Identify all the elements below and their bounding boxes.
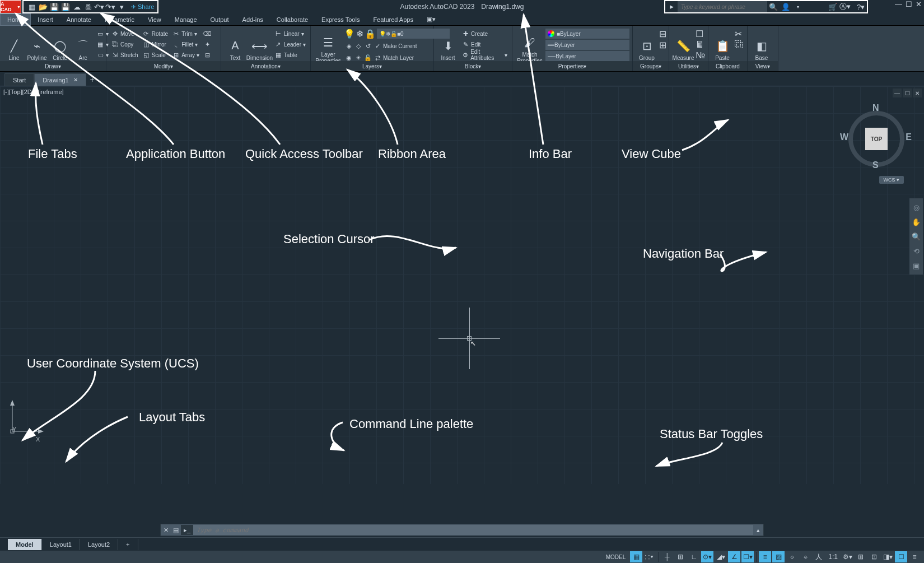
status-dynamic-input-icon[interactable]: ⊞: [674, 551, 687, 562]
layer-unlock-icon[interactable]: 🔓: [364, 54, 372, 62]
tab-home[interactable]: Home: [0, 13, 31, 26]
tab-manage[interactable]: Manage: [168, 13, 204, 26]
create-block-button[interactable]: ✚Create: [460, 29, 508, 39]
fillet-button[interactable]: ◟Fillet ▾: [171, 39, 200, 49]
status-ortho-icon[interactable]: ∟: [688, 551, 700, 562]
offset-button[interactable]: ⊟: [202, 50, 212, 60]
status-model-button[interactable]: MODEL: [603, 551, 629, 562]
copy-button[interactable]: ⿻Copy: [110, 39, 139, 49]
add-tab-button[interactable]: +: [86, 73, 99, 86]
tab-output[interactable]: Output: [204, 13, 236, 26]
move-button[interactable]: ✥Move: [110, 29, 139, 39]
viewport-maximize-icon[interactable]: ☐: [903, 89, 912, 97]
viewcube-top-face[interactable]: TOP: [865, 128, 888, 150]
status-grid-icon[interactable]: ▦: [630, 551, 642, 562]
search-icon[interactable]: 🔍: [767, 1, 780, 13]
help-icon[interactable]: ?▾: [855, 1, 867, 13]
close-icon[interactable]: ✕: [916, 0, 922, 8]
signin-dropdown-icon[interactable]: ▾: [792, 1, 804, 13]
quick-calc-icon[interactable]: 🖩: [696, 40, 705, 50]
minimize-icon[interactable]: —: [895, 0, 902, 8]
leader-button[interactable]: ↗Leader ▾: [273, 39, 307, 49]
plot-icon[interactable]: 🖶: [83, 2, 93, 12]
tab-overflow-icon[interactable]: ▣▾: [420, 13, 442, 26]
status-workspace-icon[interactable]: ⚙▾: [841, 551, 853, 562]
cmdline-recent-icon[interactable]: ▤: [171, 525, 181, 535]
cmdline-expand-icon[interactable]: ▴: [753, 525, 763, 535]
scale-button[interactable]: ◱Scale: [141, 50, 169, 60]
drawing-area[interactable]: [-][Top][2D Wireframe] — ☐ ✕ N S E W TOP…: [0, 86, 924, 484]
layout-tab-layout1[interactable]: Layout1: [42, 539, 80, 550]
trim-button[interactable]: ✂Trim ▾: [171, 29, 200, 39]
view-cube[interactable]: N S E W TOP: [846, 103, 907, 170]
panel-utilities-title[interactable]: Utilities▾: [669, 61, 708, 71]
layer-off-icon[interactable]: 💡: [344, 29, 355, 39]
redo-icon[interactable]: ↷▾: [105, 2, 115, 12]
status-lineweight-icon[interactable]: ≡: [759, 551, 771, 562]
maximize-icon[interactable]: ☐: [906, 0, 912, 8]
status-infer-icon[interactable]: ┼: [661, 551, 673, 562]
linetype-combo[interactable]: ── ByLayer: [545, 51, 629, 61]
layer-on-icon[interactable]: ◉: [345, 54, 353, 62]
undo-icon[interactable]: ↶▾: [94, 2, 104, 12]
viewcube-west[interactable]: W: [840, 132, 848, 142]
layer-thaw-icon[interactable]: ☀: [354, 54, 362, 62]
command-input[interactable]: [193, 525, 753, 535]
filetab-start[interactable]: Start: [4, 73, 34, 86]
tab-annotate[interactable]: Annotate: [60, 13, 98, 26]
linear-button[interactable]: ⊢Linear ▾: [273, 29, 307, 39]
erase-button[interactable]: ⌫: [202, 29, 212, 39]
layer-iso-icon[interactable]: ◈: [345, 42, 353, 50]
table-button[interactable]: ▦Table: [273, 50, 307, 60]
panel-annotation-title[interactable]: Annotation ▾: [221, 61, 310, 71]
panel-properties-title[interactable]: Properties ▾: [512, 61, 632, 71]
layout-tab-add[interactable]: +: [118, 539, 138, 550]
status-hardware-icon[interactable]: ⊡: [868, 551, 880, 562]
new-icon[interactable]: ▦: [27, 2, 37, 12]
status-snap-icon[interactable]: ⸬▾: [643, 551, 656, 562]
layout-tab-model[interactable]: Model: [8, 539, 42, 550]
group-edit-icon[interactable]: ⊞: [659, 40, 666, 50]
signin-icon[interactable]: 👤: [780, 1, 792, 13]
copy-clip-icon[interactable]: ⿻: [735, 40, 744, 50]
status-otrack-icon[interactable]: ☐▾: [741, 551, 754, 562]
edit-block-button[interactable]: ✎Edit: [460, 39, 508, 49]
status-cycling-icon[interactable]: ⟐: [786, 551, 798, 562]
status-isodraft-icon[interactable]: ◢▾: [715, 551, 727, 562]
viewport-minimize-icon[interactable]: —: [893, 89, 902, 97]
filetab-close-icon[interactable]: ✕: [73, 77, 78, 83]
cut-icon[interactable]: ✂: [735, 29, 744, 39]
array-button[interactable]: ⊞Array ▾: [171, 50, 200, 60]
stretch-button[interactable]: ⇲Stretch: [110, 50, 139, 60]
panel-modify-title[interactable]: Modify ▾: [106, 61, 221, 71]
status-clean-icon[interactable]: ☐: [895, 551, 907, 562]
saveas-icon[interactable]: 💾: [60, 2, 71, 12]
viewport-close-icon[interactable]: ✕: [913, 89, 922, 97]
tab-parametric[interactable]: Parametric: [98, 13, 141, 26]
status-isolate-icon[interactable]: ◨▾: [881, 551, 894, 562]
layer-lock-icon[interactable]: 🔒: [365, 29, 376, 39]
cmdline-close-icon[interactable]: ✕: [161, 525, 171, 535]
viewport-label[interactable]: [-][Top][2D Wireframe]: [3, 89, 64, 95]
status-transparency-icon[interactable]: ▨: [772, 551, 785, 562]
tab-view[interactable]: View: [141, 13, 168, 26]
panel-view-title[interactable]: View▾: [748, 61, 778, 71]
status-annotation-scale-icon[interactable]: ⟐: [799, 551, 811, 562]
nav-zoom-icon[interactable]: 🔍: [911, 230, 922, 243]
status-customize-icon[interactable]: ≡: [908, 551, 921, 562]
wcs-badge[interactable]: WCS ▾: [879, 176, 904, 184]
count-icon[interactable]: №: [696, 50, 705, 61]
status-scale-label[interactable]: 1:1: [826, 551, 840, 562]
status-polar-icon[interactable]: ⊙▾: [701, 551, 713, 562]
status-osnap-icon[interactable]: ∠: [728, 551, 740, 562]
panel-block-title[interactable]: Block ▾: [434, 61, 512, 71]
tab-addins[interactable]: Add-ins: [236, 13, 270, 26]
rotate-button[interactable]: ⟳Rotate: [141, 29, 169, 39]
explode-button[interactable]: ✦: [202, 39, 212, 49]
color-combo[interactable]: ■ ByLayer: [545, 29, 629, 39]
search-input[interactable]: [678, 1, 767, 12]
app-store-icon[interactable]: 🛒: [827, 1, 839, 13]
application-menu-button[interactable]: A CAD▼: [0, 0, 21, 13]
nav-showmotion-icon[interactable]: ▣: [911, 259, 922, 272]
tab-featured-apps[interactable]: Featured Apps: [366, 13, 420, 26]
